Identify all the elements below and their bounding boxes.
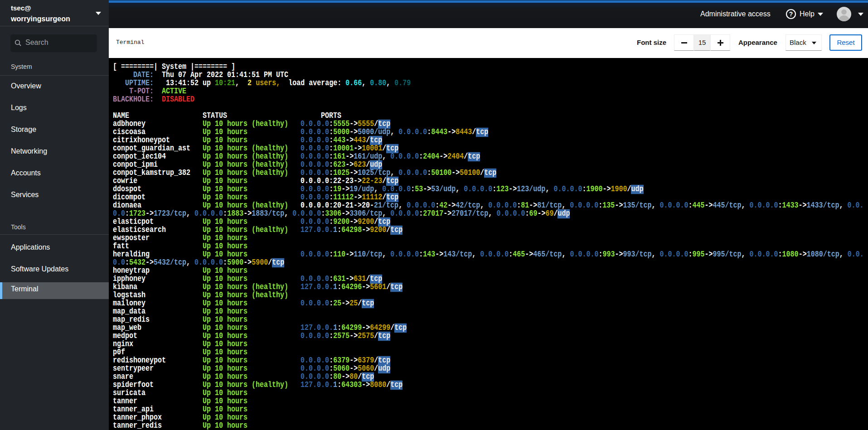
svg-text:?: ? (789, 10, 793, 18)
